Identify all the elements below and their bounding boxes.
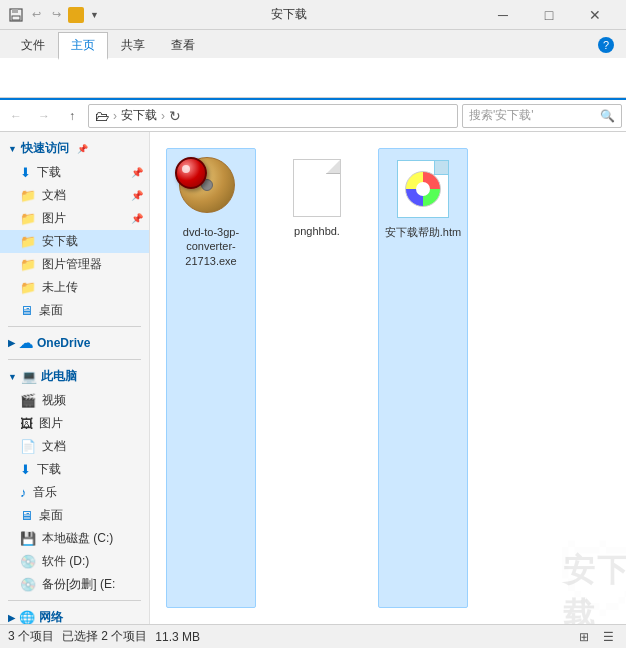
- network-label: 网络: [39, 609, 63, 624]
- content-area: 🛡 安下载 anxz.com: [150, 132, 626, 624]
- folder-docs-icon: 📁: [20, 188, 36, 203]
- tab-view[interactable]: 查看: [158, 32, 208, 58]
- back-button[interactable]: ←: [4, 104, 28, 128]
- breadcrumb: 安下载: [121, 107, 157, 124]
- computer-icon: 💻: [21, 369, 37, 384]
- forward-button[interactable]: →: [32, 104, 56, 128]
- picture-icon: 🖼: [20, 416, 33, 431]
- file-grid: 🛡 安下载 anxz.com: [150, 132, 626, 624]
- desktop-quick-icon: 🖥: [20, 303, 33, 318]
- sidebar-desktop-quick-label: 桌面: [39, 302, 63, 319]
- ribbon: 文件 主页 共享 查看 ?: [0, 30, 626, 100]
- htm-doc-bg: [397, 160, 449, 218]
- sidebar-item-diske[interactable]: 💿 备份[勿删] (E:: [0, 573, 149, 596]
- refresh-button[interactable]: ↻: [169, 108, 181, 124]
- htm-file-name: 安下载帮助.htm: [385, 225, 461, 239]
- statusbar-view-controls: ⊞ ☰: [574, 627, 618, 647]
- file-item-png[interactable]: pnghhbd.: [272, 148, 362, 608]
- redo-icon: ↪: [48, 7, 64, 23]
- png-file-icon: [285, 156, 349, 220]
- folder-unup-icon: 📁: [20, 280, 36, 295]
- sidebar-item-downloads[interactable]: ⬇ 下载 📌: [0, 161, 149, 184]
- sidebar-item-desktop-quick[interactable]: 🖥 桌面: [0, 299, 149, 322]
- sidebar-network[interactable]: ▶ 🌐 网络: [0, 605, 149, 624]
- maximize-button[interactable]: □: [526, 0, 572, 30]
- pin-icon: 📌: [77, 144, 88, 154]
- ribbon-content: [0, 58, 626, 98]
- file-item-dvd[interactable]: dvd-to-3gp-converter-21713.exe: [166, 148, 256, 608]
- divider3: [8, 600, 141, 601]
- sidebar-diskd-label: 软件 (D:): [42, 553, 89, 570]
- chevron-icon-network: ▶: [8, 613, 15, 623]
- sidebar-diske-label: 备份[勿删] (E:: [42, 576, 115, 593]
- tab-home[interactable]: 主页: [58, 32, 108, 60]
- titlebar-title: 安下载: [99, 6, 480, 23]
- sidebar-item-pictures2[interactable]: 🖼 图片: [0, 412, 149, 435]
- titlebar-icons: ↩ ↪ ▼: [8, 7, 99, 23]
- sidebar-unuploaded-label: 未上传: [42, 279, 78, 296]
- sidebar-item-diskc[interactable]: 💾 本地磁盘 (C:): [0, 527, 149, 550]
- statusbar: 3 个项目 已选择 2 个项目 11.3 MB ⊞ ☰: [0, 624, 626, 648]
- sidebar-downloads-label: 下载: [37, 164, 61, 181]
- close-button[interactable]: ✕: [572, 0, 618, 30]
- save-icon: [8, 7, 24, 23]
- tab-share[interactable]: 共享: [108, 32, 158, 58]
- sidebar-videos-label: 视频: [42, 392, 66, 409]
- quick-access-label: 快速访问: [21, 140, 69, 157]
- sidebar-item-diskd[interactable]: 💿 软件 (D:): [0, 550, 149, 573]
- address-box[interactable]: 🗁 › 安下载 › ↻: [88, 104, 458, 128]
- folder-anxz-icon: 📁: [20, 234, 36, 249]
- chevron-icon-computer: ▼: [8, 372, 17, 382]
- sidebar-item-downloads2[interactable]: ⬇ 下载: [0, 458, 149, 481]
- music-icon: ♪: [20, 485, 27, 500]
- htm-color-icon: [405, 171, 441, 207]
- file-item-htm[interactable]: 安下载帮助.htm: [378, 148, 468, 608]
- pin-indicator: 📌: [131, 167, 143, 178]
- search-placeholder: 搜索'安下载': [469, 107, 600, 124]
- png-file-name: pnghhbd.: [294, 224, 340, 238]
- sidebar-item-desktop2[interactable]: 🖥 桌面: [0, 504, 149, 527]
- sidebar-item-documents[interactable]: 📁 文档 📌: [0, 184, 149, 207]
- search-box[interactable]: 搜索'安下载' 🔍: [462, 104, 622, 128]
- sidebar-music-label: 音乐: [33, 484, 57, 501]
- sidebar-item-anxz[interactable]: 📁 安下载: [0, 230, 149, 253]
- sidebar-item-unuploaded[interactable]: 📁 未上传: [0, 276, 149, 299]
- up-button[interactable]: ↑: [60, 104, 84, 128]
- sidebar-item-picmanager[interactable]: 📁 图片管理器: [0, 253, 149, 276]
- chevron-down-icon: ▼: [8, 144, 17, 154]
- sidebar-desktop2-label: 桌面: [39, 507, 63, 524]
- dropdown-icon[interactable]: ▼: [90, 10, 99, 20]
- folder-pics-icon: 📁: [20, 211, 36, 226]
- sidebar-item-pictures[interactable]: 📁 图片 📌: [0, 207, 149, 230]
- chevron-icon-onedrive: ▶: [8, 338, 15, 348]
- video-icon: 🎬: [20, 393, 36, 408]
- htm-center: [416, 182, 430, 196]
- download2-icon: ⬇: [20, 462, 31, 477]
- sidebar-onedrive[interactable]: ▶ ☁ OneDrive: [0, 331, 149, 355]
- undo-icon: ↩: [28, 7, 44, 23]
- large-icons-view-button[interactable]: ⊞: [574, 627, 594, 647]
- dvd-icon-inner: [179, 157, 243, 221]
- dvd-red-overlay: [175, 157, 207, 189]
- minimize-button[interactable]: ─: [480, 0, 526, 30]
- tab-file[interactable]: 文件: [8, 32, 58, 58]
- details-view-button[interactable]: ☰: [598, 627, 618, 647]
- breadcrumb-sep: ›: [113, 109, 117, 123]
- sidebar-computer[interactable]: ▼ 💻 此电脑: [0, 364, 149, 389]
- sidebar-quick-access[interactable]: ▼ 快速访问 📌: [0, 136, 149, 161]
- dvd-file-icon: [179, 157, 243, 221]
- network-icon: 🌐: [19, 610, 35, 624]
- divider1: [8, 326, 141, 327]
- watermark-main: 安下载: [563, 549, 626, 625]
- document-icon: 📄: [20, 439, 36, 454]
- svg-rect-1: [12, 9, 18, 13]
- ribbon-tabs: 文件 主页 共享 查看 ?: [0, 30, 626, 58]
- sidebar-item-documents2[interactable]: 📄 文档: [0, 435, 149, 458]
- sidebar-pictures-label: 图片: [42, 210, 66, 227]
- sidebar-anxz-label: 安下载: [42, 233, 78, 250]
- pin-indicator2: 📌: [131, 190, 143, 201]
- sidebar-item-music[interactable]: ♪ 音乐: [0, 481, 149, 504]
- sidebar-item-videos[interactable]: 🎬 视频: [0, 389, 149, 412]
- help-button[interactable]: ?: [598, 37, 614, 53]
- titlebar: ↩ ↪ ▼ 安下载 ─ □ ✕: [0, 0, 626, 30]
